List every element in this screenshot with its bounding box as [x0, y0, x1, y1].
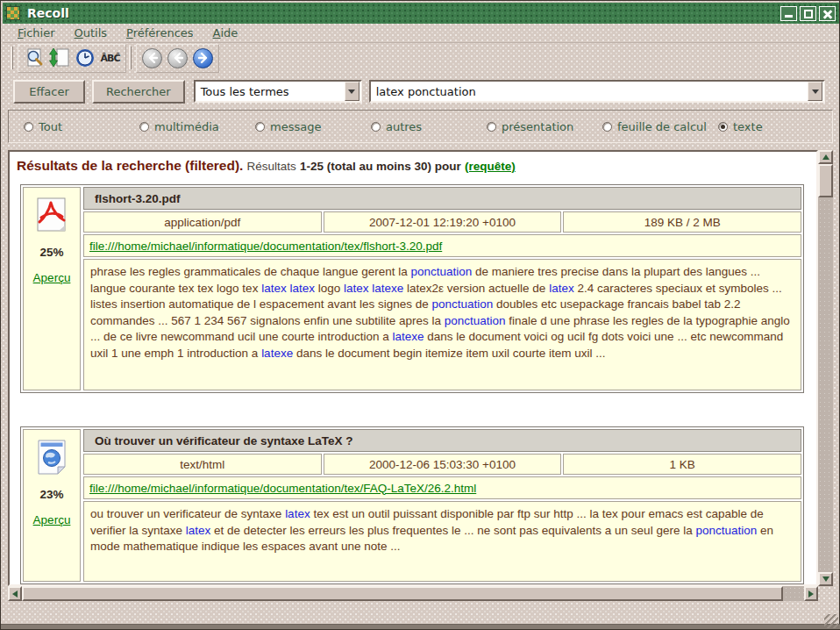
category-filter-frame: Tout multimédia message autres présentat…: [8, 110, 833, 143]
toolbar-handle[interactable]: [11, 47, 15, 69]
pdf-file-icon: [35, 197, 68, 233]
chevron-down-icon: [812, 89, 819, 94]
radio-icon: [139, 122, 149, 132]
menu-outils[interactable]: Outils: [67, 25, 116, 41]
window-title: Recoll: [27, 6, 69, 20]
filter-radio-tout[interactable]: Tout: [24, 120, 139, 133]
scrollbar-corner: [818, 586, 833, 601]
minimize-icon: [785, 15, 793, 18]
radio-icon: [602, 122, 612, 132]
vertical-scrollbar-thumb[interactable]: [818, 164, 833, 197]
results-list: Résultats de la recherche (filtered). Ré…: [8, 150, 818, 586]
toolbar-handle[interactable]: [129, 47, 133, 69]
clock-icon: [75, 47, 96, 68]
scroll-left-button[interactable]: [8, 586, 22, 601]
result-url-link[interactable]: file:///home/michael/informatique/docume…: [89, 482, 476, 495]
result-date: 2007-12-01 12:19:20 +0100: [324, 211, 562, 233]
result-item-1: 25% Aperçu flshort-3.20.pdf application/…: [20, 184, 804, 393]
result-url-link[interactable]: file:///home/michael/informatique/docume…: [89, 240, 442, 253]
clear-button[interactable]: Effacer: [13, 80, 85, 104]
query-combobox: [369, 80, 825, 103]
menu-fichier[interactable]: Fichier: [10, 25, 63, 41]
search-query-input[interactable]: [371, 85, 807, 98]
results-title: Résultats de la recherche (filtered).: [17, 158, 243, 173]
result-1-sidebar: 25% Aperçu: [23, 187, 81, 390]
radio-icon: [718, 122, 728, 132]
result-mime-type: text/html: [83, 454, 322, 475]
results-header: Résultats de la recherche (filtered). Ré…: [15, 155, 811, 174]
horizontal-scrollbar[interactable]: [8, 586, 818, 601]
arrow-up-icon: [822, 154, 829, 160]
relevance-percent: 23%: [39, 488, 63, 501]
results-shell: Résultats de la recherche (filtered). Ré…: [8, 150, 833, 601]
arrow-right-icon: [193, 48, 213, 68]
results-range: 1-25 (total au moins 30) pour: [300, 160, 461, 173]
scroll-right-button[interactable]: [804, 586, 818, 601]
arrow-right-icon: [808, 591, 814, 598]
recoll-window: Recoll Fichier Outils Préférences Aide: [0, 0, 840, 630]
result-url-row: file:///home/michael/informatique/docume…: [83, 234, 801, 257]
radio-icon: [255, 122, 265, 132]
result-meta-row: application/pdf 2007-12-01 12:19:20 +010…: [83, 211, 801, 233]
menu-preferences[interactable]: Préférences: [118, 25, 201, 41]
horizontal-scrollbar-track[interactable]: [783, 586, 804, 601]
preview-link[interactable]: Aperçu: [33, 271, 71, 284]
arrow-left-icon: [12, 591, 18, 598]
radio-icon: [487, 122, 496, 132]
arrow-down-icon: [822, 576, 829, 582]
maximize-button[interactable]: [800, 6, 816, 21]
horizontal-scrollbar-thumb[interactable]: [22, 586, 783, 601]
result-title: Où trouver un vérificateur de syntaxe La…: [83, 429, 801, 452]
title-bar: Recoll: [3, 3, 839, 24]
show-query-detail-button[interactable]: [22, 47, 46, 70]
filter-radio-message[interactable]: message: [255, 120, 371, 133]
query-detail-link[interactable]: (requête): [465, 160, 516, 173]
preview-link[interactable]: Aperçu: [33, 513, 71, 526]
minimize-button[interactable]: [780, 6, 797, 21]
filter-radio-autres[interactable]: autres: [371, 120, 487, 133]
vertical-scrollbar-track[interactable]: [818, 197, 833, 572]
result-2-sidebar: 23% Aperçu: [23, 429, 81, 582]
result-2-main: Où trouver un vérificateur de syntaxe La…: [83, 429, 801, 582]
result-snippet: ou trouver un verificateur de syntaxe la…: [83, 501, 801, 582]
filter-radio-texte[interactable]: texte: [718, 120, 763, 133]
sort-parameters-button[interactable]: [47, 47, 71, 70]
window-bottom-edge: [1, 624, 840, 629]
scroll-down-button[interactable]: [818, 572, 833, 586]
dropdown-arrow-button[interactable]: [345, 82, 359, 101]
result-url-row: file:///home/michael/informatique/docume…: [83, 476, 801, 499]
result-meta-row: text/html 2000-12-06 15:03:30 +0100 1 KB: [83, 454, 801, 475]
search-mode-select[interactable]: Tous les termes: [194, 80, 362, 103]
next-page-button[interactable]: [191, 47, 215, 70]
close-button[interactable]: [819, 6, 836, 21]
previous-page-button[interactable]: [166, 47, 189, 70]
search-mode-value: Tous les termes: [196, 85, 344, 98]
term-explorer-button[interactable]: ÂBĈ: [98, 47, 122, 70]
result-size: 1 KB: [563, 454, 801, 475]
relevance-percent: 25%: [39, 246, 63, 259]
result-item-2: 23% Aperçu Où trouver un vérificateur de…: [20, 426, 804, 584]
result-snippet: phrase les regles grammaticales de chaqu…: [83, 259, 801, 390]
result-size: 189 KB / 2 MB: [563, 211, 801, 233]
results-prefix: Résultats: [247, 160, 296, 173]
filter-radio-presentation[interactable]: présentation: [487, 120, 602, 133]
arrow-left-icon: [142, 48, 162, 68]
search-row: Effacer Rechercher Tous les termes: [3, 76, 839, 106]
menu-aide[interactable]: Aide: [205, 25, 246, 41]
search-button[interactable]: Rechercher: [92, 80, 185, 104]
filter-radio-multimedia[interactable]: multimédia: [139, 120, 255, 133]
first-page-button[interactable]: [140, 47, 164, 70]
result-title: flshort-3.20.pdf: [83, 187, 801, 210]
filter-radio-feuille-de-calcul[interactable]: feuille de calcul: [602, 120, 718, 133]
sort-by-date-button[interactable]: [73, 47, 96, 70]
query-history-arrow-button[interactable]: [808, 82, 822, 101]
resize-grip-icon[interactable]: [824, 614, 838, 628]
result-1-main: flshort-3.20.pdf application/pdf 2007-12…: [83, 187, 801, 390]
maximize-icon: [804, 10, 813, 18]
chevron-down-icon: [348, 89, 355, 94]
recoll-app-icon: [6, 6, 20, 20]
vertical-scrollbar[interactable]: [818, 150, 833, 586]
scroll-up-button[interactable]: [818, 150, 833, 164]
radio-icon: [24, 122, 33, 132]
toolbar: ÂBĈ: [3, 43, 839, 73]
